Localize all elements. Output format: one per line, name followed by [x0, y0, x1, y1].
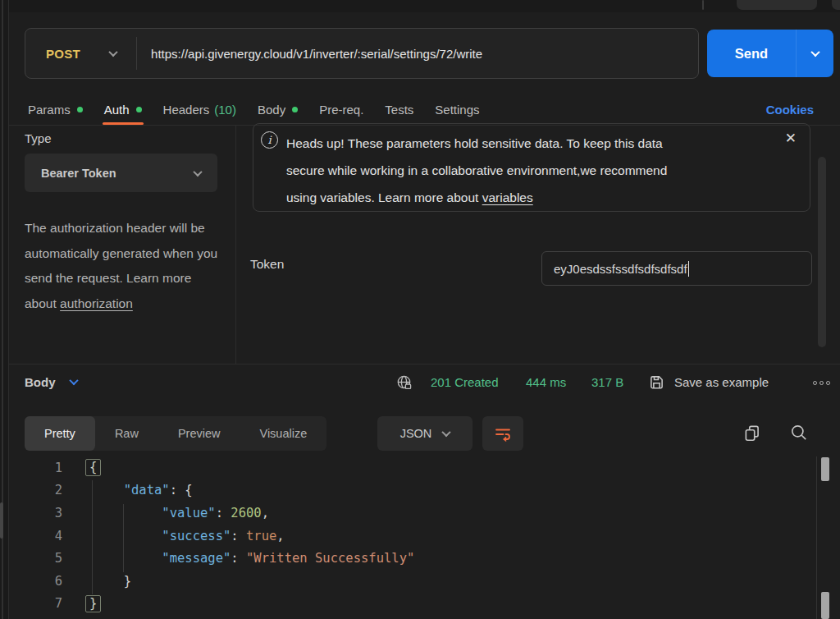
response-size[interactable]: 317 B: [591, 375, 623, 389]
send-label: Send: [707, 46, 796, 62]
code-token: ,: [276, 529, 284, 543]
tab-label: Body: [258, 103, 285, 117]
copy-icon: [742, 423, 762, 442]
wrap-text-icon: [494, 426, 512, 442]
line-content: }: [85, 595, 101, 612]
code-token: "value": [162, 506, 215, 520]
tab-body[interactable]: Body: [258, 94, 298, 125]
send-options-button[interactable]: [797, 50, 833, 57]
chevron-down-icon: [810, 48, 819, 57]
code-token: }: [124, 574, 131, 589]
chrome-divider: [702, 0, 704, 10]
tab-tests[interactable]: Tests: [385, 94, 413, 125]
tab-fragment[interactable]: [737, 0, 817, 10]
view-tab-pretty[interactable]: Pretty: [25, 416, 95, 451]
response-view-tabs: Pretty Raw Preview Visualize: [25, 416, 326, 451]
line-number: 3: [0, 506, 62, 520]
close-icon[interactable]: ✕: [785, 131, 797, 147]
format-label: JSON: [400, 427, 432, 440]
json-format-select[interactable]: JSON: [377, 416, 472, 451]
fold-marker[interactable]: {: [85, 459, 101, 476]
banner-line1: Heads up! These parameters hold sensitiv…: [286, 136, 663, 150]
body-dot-indicator: [292, 107, 298, 112]
search-icon: [789, 423, 809, 442]
save-as-example-button[interactable]: Save as example: [674, 375, 769, 389]
headers-count: (10): [214, 103, 236, 117]
code-token: [85, 483, 124, 497]
params-dot-indicator: [77, 107, 83, 112]
response-body-select[interactable]: Body: [25, 375, 56, 389]
copy-button[interactable]: [742, 423, 762, 442]
line-content: "message": "Written Successfully": [85, 551, 414, 566]
top-chrome-strip: [0, 0, 840, 12]
code-line: 7}: [0, 593, 816, 616]
tab-label: Pre-req.: [319, 103, 363, 117]
line-number: 7: [0, 596, 62, 611]
code-token: ,: [262, 506, 269, 520]
tab-label: Tests: [385, 103, 413, 117]
tab-pre-request[interactable]: Pre-req.: [319, 94, 363, 125]
tab-fragment[interactable]: [832, 0, 840, 10]
token-value: eyJ0esdssfssdfsdfsdfsdf: [554, 262, 687, 276]
search-button[interactable]: [789, 423, 809, 442]
token-input[interactable]: eyJ0esdssfssdfsdfsdfsdf: [541, 251, 812, 286]
fold-marker[interactable]: }: [85, 595, 101, 612]
editor-scrollbar-thumb[interactable]: [821, 457, 829, 481]
wrap-text-button[interactable]: [482, 416, 523, 451]
method-label: POST: [46, 47, 80, 61]
app-window: POST https://api.givenergy.cloud/v1/inve…: [0, 0, 840, 619]
send-button[interactable]: Send: [707, 30, 833, 77]
auth-dot-indicator: [136, 107, 142, 112]
tab-label: Params: [28, 103, 71, 117]
request-tabs: Params Auth Headers(10) Body Pre-req. Te…: [0, 94, 840, 125]
tab-headers[interactable]: Headers(10): [163, 94, 236, 125]
auth-scrollbar-thumb[interactable]: [818, 157, 826, 347]
chevron-down-icon: [108, 48, 117, 57]
banner-line2: secure while working in a collaborative …: [286, 163, 667, 177]
code-token: "Written Successfully": [246, 551, 414, 566]
view-tab-preview[interactable]: Preview: [158, 416, 240, 451]
line-number: 4: [0, 529, 62, 543]
code-token: {: [185, 483, 192, 497]
variables-link[interactable]: variables: [482, 190, 533, 204]
tab-label: Auth: [104, 103, 130, 117]
more-options-button[interactable]: [813, 381, 830, 385]
response-time[interactable]: 444 ms: [526, 375, 566, 389]
pane-scrollbar-thumb[interactable]: [821, 592, 829, 619]
tab-auth[interactable]: Auth: [104, 94, 142, 125]
url-input[interactable]: https://api.givenergy.cloud/v1/inverter/…: [137, 47, 482, 61]
code-line: 2 "data": {: [0, 479, 816, 502]
indent-guide: [123, 504, 124, 572]
tab-label: Settings: [435, 103, 479, 117]
line-number: 5: [0, 551, 62, 566]
cookies-link[interactable]: Cookies: [766, 103, 814, 117]
network-globe-lock-icon[interactable]: [395, 374, 414, 392]
code-token: "message": [162, 551, 231, 566]
code-token: "data": [124, 483, 170, 497]
tab-params[interactable]: Params: [28, 94, 83, 125]
code-token: :: [216, 506, 231, 520]
text-cursor: [688, 261, 690, 277]
request-url-bar: POST https://api.givenergy.cloud/v1/inve…: [25, 28, 699, 79]
editor-scrollbar-track: [816, 456, 817, 619]
tab-settings[interactable]: Settings: [435, 94, 479, 125]
response-status[interactable]: 201 Created: [431, 375, 499, 389]
code-token: true: [246, 529, 276, 543]
view-tab-raw[interactable]: Raw: [95, 416, 158, 451]
view-tab-visualize[interactable]: Visualize: [240, 416, 326, 451]
code-line: 1{: [0, 456, 816, 479]
code-token: [85, 574, 124, 589]
request-method-select[interactable]: POST: [25, 47, 136, 61]
code-line: 6 }: [0, 570, 816, 593]
chevron-down-icon: [442, 428, 451, 437]
banner-text: Heads up! These parameters hold sensitiv…: [286, 130, 770, 211]
auth-type-select[interactable]: Bearer Token: [25, 154, 217, 192]
save-icon: [648, 374, 665, 391]
line-content: "success": true,: [85, 529, 285, 543]
line-content: "data": {: [85, 483, 193, 497]
info-icon: i: [261, 131, 278, 149]
code-token: 2600: [231, 506, 261, 520]
line-content: {: [85, 459, 101, 476]
fold-guide-line: [92, 480, 93, 594]
authorization-link[interactable]: authorization: [60, 296, 133, 310]
